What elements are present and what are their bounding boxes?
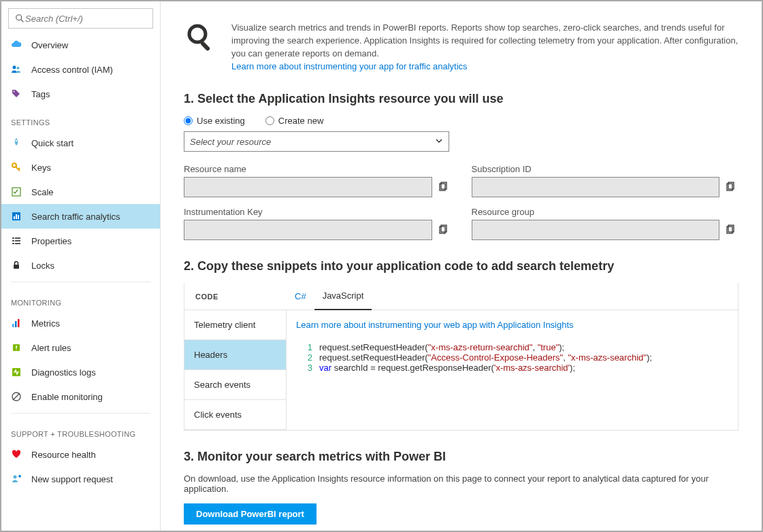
- codenav-telemetry[interactable]: Telemetry client: [184, 310, 286, 340]
- download-powerbi-button[interactable]: Download PowerBI report: [184, 503, 316, 525]
- cloud-icon: [11, 39, 22, 50]
- resource-select[interactable]: Select your resource: [184, 131, 449, 152]
- search-box[interactable]: [8, 8, 153, 29]
- copy-button[interactable]: [722, 222, 738, 238]
- svg-point-26: [14, 476, 17, 479]
- input-instrumentation-key[interactable]: [184, 220, 432, 240]
- lock-icon: [11, 260, 22, 271]
- heart-icon: [11, 449, 22, 460]
- svg-rect-9: [14, 216, 15, 219]
- sidebar-item-resource-health[interactable]: Resource health: [1, 442, 160, 467]
- diagnostics-icon: [11, 367, 22, 378]
- label-instrumentation-key: Instrumentation Key: [184, 207, 451, 217]
- people-icon: [11, 64, 22, 75]
- code-label: CODE: [184, 293, 287, 301]
- learn-appinsights-link[interactable]: Learn more about instrumenting your web …: [296, 320, 574, 330]
- input-subscription-id[interactable]: [472, 177, 720, 197]
- svg-line-25: [13, 393, 20, 400]
- sidebar-label: Metrics: [31, 318, 60, 329]
- chevron-down-icon: [435, 137, 443, 147]
- svg-rect-10: [16, 214, 17, 219]
- nav-separator: [11, 282, 150, 282]
- sidebar-label: Locks: [31, 261, 54, 271]
- section1-heading: 1. Select the Application Insights resou…: [184, 92, 738, 106]
- svg-rect-19: [12, 324, 14, 327]
- analytics-icon: [11, 211, 22, 222]
- sidebar-item-locks[interactable]: Locks: [1, 253, 160, 278]
- svg-point-3: [17, 67, 20, 69]
- svg-rect-21: [18, 319, 20, 327]
- input-resource-name[interactable]: [184, 177, 432, 197]
- learn-more-link[interactable]: Learn more about instrumenting your app …: [231, 61, 468, 71]
- svg-rect-18: [14, 265, 19, 269]
- label-resource-group: Resource group: [472, 207, 739, 217]
- alert-icon: [11, 342, 22, 353]
- svg-point-0: [16, 15, 22, 20]
- svg-point-4: [14, 91, 15, 93]
- svg-rect-16: [12, 243, 14, 244]
- svg-rect-15: [15, 240, 20, 242]
- sidebar-label: Diagnostics logs: [31, 367, 96, 378]
- sidebar-label: Quick start: [31, 138, 74, 148]
- sidebar-item-quickstart[interactable]: Quick start: [1, 131, 160, 155]
- sidebar-item-new-support[interactable]: New support request: [1, 467, 160, 491]
- nav-group-monitoring: MONITORING: [1, 286, 160, 311]
- sidebar-item-iam[interactable]: Access control (IAM): [1, 57, 160, 82]
- codenav-click-events[interactable]: Click events: [184, 400, 286, 430]
- svg-line-1: [21, 20, 24, 22]
- properties-icon: [11, 235, 22, 246]
- svg-point-2: [13, 66, 16, 69]
- copy-button[interactable]: [435, 179, 451, 195]
- svg-rect-28: [200, 41, 211, 52]
- svg-rect-17: [15, 243, 20, 244]
- metrics-icon: [11, 318, 22, 329]
- input-resource-group[interactable]: [472, 220, 720, 240]
- sidebar-label: Alert rules: [31, 343, 71, 353]
- get-powerbi-desktop-link[interactable]: Get PowerBI desktop: [184, 530, 267, 531]
- sidebar-item-diagnostics[interactable]: Diagnostics logs: [1, 360, 160, 384]
- sidebar-item-alerts[interactable]: Alert rules: [1, 335, 160, 360]
- key-icon: [11, 162, 22, 173]
- sidebar-item-metrics[interactable]: Metrics: [1, 311, 160, 335]
- nav-group-settings: SETTINGS: [1, 106, 160, 131]
- intro-text: Visualize search metrics and trends in P…: [231, 22, 738, 59]
- radio-label: Create new: [278, 116, 323, 126]
- sidebar-label: Search traffic analytics: [31, 212, 120, 222]
- svg-rect-11: [18, 215, 19, 219]
- codenav-headers[interactable]: Headers: [184, 340, 286, 370]
- section2-heading: 2. Copy these snippets into your applica…: [184, 259, 738, 273]
- section3-heading: 3. Monitor your search metrics with Powe…: [184, 450, 738, 464]
- radio-use-existing[interactable]: Use existing: [184, 116, 245, 126]
- tab-javascript[interactable]: JavaScript: [314, 283, 372, 310]
- codenav-search-events[interactable]: Search events: [184, 370, 286, 400]
- radio-create-new[interactable]: Create new: [265, 116, 323, 126]
- sidebar-item-tags[interactable]: Tags: [1, 82, 160, 106]
- sidebar: Overview Access control (IAM) Tags SETTI…: [1, 1, 161, 531]
- sidebar-item-overview[interactable]: Overview: [1, 33, 160, 57]
- search-input[interactable]: [25, 14, 147, 24]
- copy-button[interactable]: [722, 179, 738, 195]
- tab-csharp[interactable]: C#: [287, 283, 314, 310]
- radio-label: Use existing: [197, 116, 245, 126]
- sidebar-item-scale[interactable]: Scale: [1, 180, 160, 204]
- svg-rect-20: [15, 321, 17, 327]
- scale-icon: [11, 186, 22, 197]
- sidebar-label: Properties: [31, 236, 71, 246]
- monitoring-off-icon: [11, 391, 22, 402]
- main-content: Visualize search metrics and trends in P…: [161, 1, 762, 531]
- sidebar-item-enable-monitoring[interactable]: Enable monitoring: [1, 384, 160, 409]
- svg-rect-13: [15, 237, 20, 239]
- sidebar-item-keys[interactable]: Keys: [1, 155, 160, 180]
- label-subscription-id: Subscription ID: [472, 164, 739, 174]
- sidebar-label: Tags: [31, 89, 50, 99]
- sidebar-label: Resource health: [31, 450, 96, 460]
- sidebar-label: Enable monitoring: [31, 392, 103, 402]
- select-placeholder: Select your resource: [190, 137, 271, 147]
- copy-button[interactable]: [435, 222, 451, 238]
- sidebar-item-properties[interactable]: Properties: [1, 229, 160, 253]
- section3-description: On download, use the Application Insight…: [184, 473, 738, 494]
- radio-create-new-input[interactable]: [265, 116, 274, 125]
- radio-use-existing-input[interactable]: [184, 116, 193, 125]
- sidebar-item-traffic-analytics[interactable]: Search traffic analytics: [1, 204, 160, 229]
- sidebar-label: Overview: [31, 40, 68, 50]
